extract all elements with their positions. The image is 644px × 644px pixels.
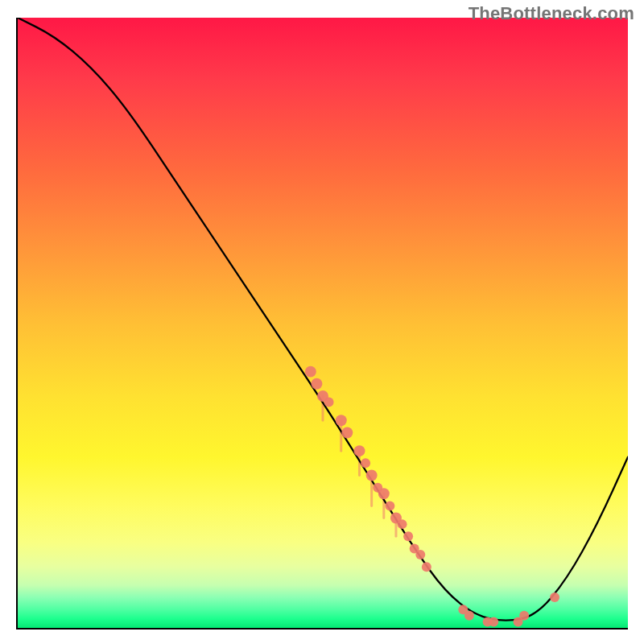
bottleneck-curve	[18, 18, 628, 621]
data-point	[385, 501, 394, 510]
data-point	[341, 427, 353, 438]
chart-svg	[18, 18, 628, 628]
plot-area	[16, 18, 628, 630]
chart-frame: TheBottleneck.com	[0, 0, 644, 644]
data-point	[353, 445, 365, 456]
scatter-group	[305, 366, 559, 627]
data-point	[366, 470, 378, 481]
drips-group	[323, 396, 396, 536]
data-point	[398, 519, 407, 529]
data-point	[378, 488, 390, 499]
data-point	[519, 611, 529, 621]
data-point	[336, 415, 347, 426]
data-point	[489, 617, 498, 626]
data-point	[361, 458, 370, 468]
data-point	[403, 531, 413, 541]
data-point	[311, 378, 322, 390]
data-point	[305, 366, 316, 378]
data-point	[324, 398, 334, 407]
data-point	[550, 592, 559, 602]
data-point	[422, 562, 431, 572]
watermark-text: TheBottleneck.com	[469, 3, 634, 24]
data-point	[415, 550, 425, 559]
data-point	[464, 611, 474, 621]
